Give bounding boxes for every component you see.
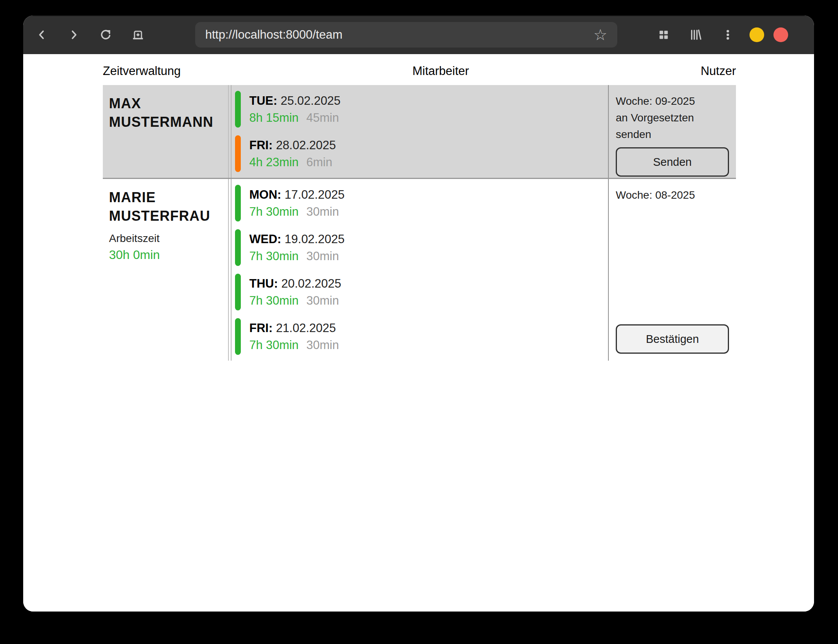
entry-date: 17.02.2025 xyxy=(284,188,344,201)
grid-icon xyxy=(657,28,670,41)
employee-name-cell: MARIE MUSTERFRAU Arbeitszeit 30h 0min xyxy=(103,179,229,361)
main-nav: Zeitverwaltung Mitarbeiter Nutzer xyxy=(103,64,736,78)
entry-worked-time: 7h 30min xyxy=(249,205,299,218)
entry-date: 19.02.2025 xyxy=(284,232,344,246)
entry-date: 28.02.2025 xyxy=(276,138,336,152)
week-action-cell: Woche: 09-2025 an Vorgesetzten senden Se… xyxy=(609,85,736,178)
time-entry: THU: 20.02.2025 7h 30min30min xyxy=(235,274,608,310)
employee-name: MAX xyxy=(109,94,228,113)
time-entries-cell: MON: 17.02.2025 7h 30min30min WED: 19.02… xyxy=(231,179,609,361)
new-tab-button[interactable] xyxy=(131,28,145,42)
status-bar xyxy=(235,91,241,128)
entry-date: 25.02.2025 xyxy=(281,94,341,107)
chevron-left-icon xyxy=(35,28,48,41)
entry-date: 20.02.2025 xyxy=(281,277,341,290)
time-entry: FRI: 28.02.2025 4h 23min6min xyxy=(235,135,608,172)
entry-pause-time: 45min xyxy=(307,111,339,124)
week-label: Woche: 09-2025 xyxy=(616,93,729,109)
bestaetigen-button[interactable]: Bestätigen xyxy=(616,324,729,354)
entry-pause-time: 30min xyxy=(307,249,339,263)
entry-worked-time: 7h 30min xyxy=(249,338,299,352)
browser-toolbar: http://localhost:8000/team ☆ xyxy=(23,15,814,54)
entry-worked-time: 7h 30min xyxy=(249,294,299,307)
new-tab-icon xyxy=(131,28,145,42)
senden-button[interactable]: Senden xyxy=(616,147,729,177)
forward-button[interactable] xyxy=(67,28,81,42)
kebab-menu-icon xyxy=(721,28,734,41)
chevron-right-icon xyxy=(67,28,80,41)
bookmark-star-icon[interactable]: ☆ xyxy=(593,27,607,43)
nav-link-mitarbeiter[interactable]: Mitarbeiter xyxy=(412,64,469,78)
entry-pause-time: 30min xyxy=(307,205,339,218)
entry-day: FRI: xyxy=(249,321,273,335)
entry-day: THU: xyxy=(249,277,278,290)
status-bar xyxy=(235,135,241,172)
employee-name: MUSTERFRAU xyxy=(109,207,228,225)
week-label: Woche: 08-2025 xyxy=(616,187,729,203)
time-entry: FRI: 21.02.2025 7h 30min30min xyxy=(235,318,608,355)
time-entries-cell: TUE: 25.02.2025 8h 15min45min FRI: 28.02… xyxy=(231,85,609,178)
entry-date: 21.02.2025 xyxy=(276,321,336,335)
time-entry: TUE: 25.02.2025 8h 15min45min xyxy=(235,91,608,128)
entry-pause-time: 30min xyxy=(307,294,339,307)
entry-pause-time: 6min xyxy=(307,155,332,169)
nav-link-zeitverwaltung[interactable]: Zeitverwaltung xyxy=(103,64,181,78)
time-entry: WED: 19.02.2025 7h 30min30min xyxy=(235,229,608,266)
week-label: an Vorgesetzten xyxy=(616,109,729,126)
url-text[interactable]: http://localhost:8000/team xyxy=(205,28,342,42)
reload-icon xyxy=(99,28,113,42)
status-bar xyxy=(235,318,241,355)
worktime-value: 30h 0min xyxy=(109,246,228,263)
employee-name: MUSTERMANN xyxy=(109,113,228,131)
tab-overview-button[interactable] xyxy=(657,28,671,42)
entry-day: FRI: xyxy=(249,138,273,152)
employee-name: MARIE xyxy=(109,188,228,207)
entry-day: WED: xyxy=(249,232,281,246)
entry-worked-time: 4h 23min xyxy=(249,155,299,169)
time-entry: MON: 17.02.2025 7h 30min30min xyxy=(235,185,608,221)
week-action-cell: Woche: 08-2025 Bestätigen xyxy=(609,179,736,361)
entry-worked-time: 7h 30min xyxy=(249,249,299,263)
employee-name-cell: MAX MUSTERMANN xyxy=(103,85,229,178)
browser-window: http://localhost:8000/team ☆ xyxy=(23,15,814,612)
entry-worked-time: 8h 15min xyxy=(249,111,299,124)
url-bar[interactable]: http://localhost:8000/team ☆ xyxy=(195,22,617,48)
reload-button[interactable] xyxy=(99,28,113,42)
entry-day: TUE: xyxy=(249,94,277,107)
employee-row-max-mustermann: MAX MUSTERMANN TUE: 25.02.2025 8h 15min4… xyxy=(103,85,736,179)
week-label: senden xyxy=(616,126,729,143)
library-button[interactable] xyxy=(689,28,703,42)
minimize-window-button[interactable] xyxy=(749,27,764,42)
back-button[interactable] xyxy=(35,28,49,42)
worktime-label: Arbeitszeit xyxy=(109,231,228,246)
status-bar xyxy=(235,185,241,221)
entry-pause-time: 30min xyxy=(307,338,339,352)
entry-day: MON: xyxy=(249,188,281,201)
status-bar xyxy=(235,229,241,266)
nav-link-nutzer[interactable]: Nutzer xyxy=(701,64,736,78)
page-content: Zeitverwaltung Mitarbeiter Nutzer MAX MU… xyxy=(23,54,814,612)
close-window-button[interactable] xyxy=(773,27,788,42)
menu-button[interactable] xyxy=(721,28,735,42)
status-bar xyxy=(235,274,241,310)
library-icon xyxy=(689,28,703,42)
employee-row-marie-musterfrau: MARIE MUSTERFRAU Arbeitszeit 30h 0min MO… xyxy=(103,179,736,361)
